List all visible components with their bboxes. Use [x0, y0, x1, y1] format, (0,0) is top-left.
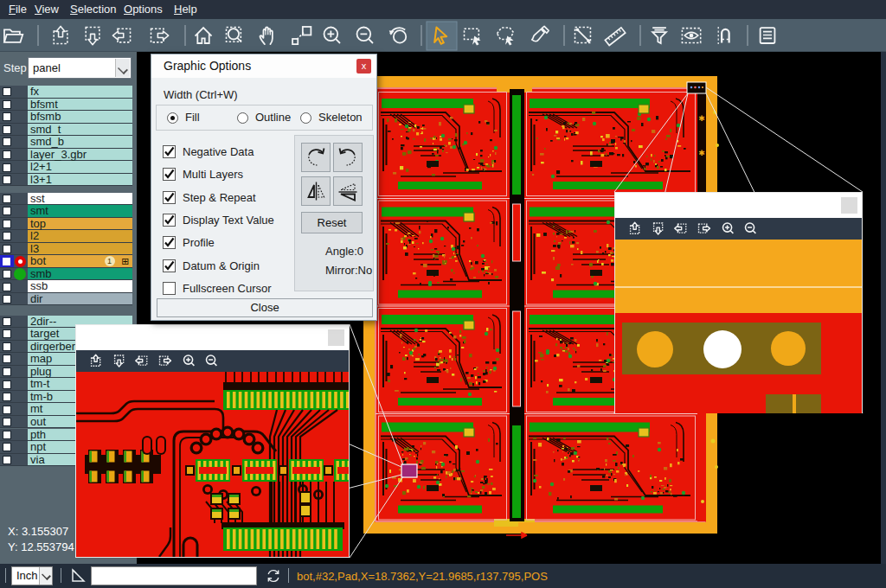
- svg-text:✱: ✱: [698, 149, 705, 157]
- svg-text:✱: ✱: [698, 114, 705, 123]
